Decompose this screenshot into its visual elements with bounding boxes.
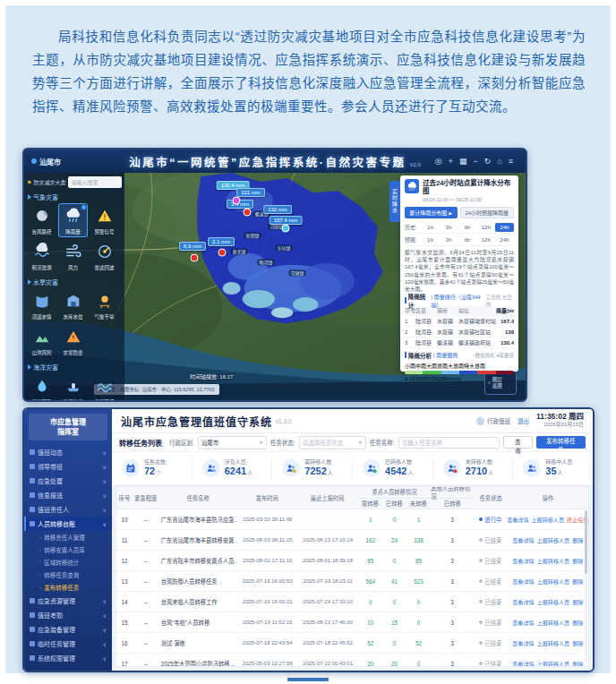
map-layer-tile[interactable]: 水库水位 (58, 288, 88, 322)
table-row[interactable]: 17--2025年大范围山洪防汛转移…2025-05-03 10:27:5920… (116, 654, 588, 667)
table-row[interactable]: 15--台风“韦帕”人员转移2025-07-19 11:52:152025-08… (116, 612, 588, 633)
action-link[interactable]: 查看详情 (512, 639, 534, 647)
publish-task-button[interactable]: 发布转移任务 (536, 436, 586, 449)
map-layer-tile[interactable]: 河道水情 (27, 288, 56, 322)
sidebar-subitem[interactable]: 发布转移任务 (24, 581, 112, 594)
action-link[interactable]: 删除 (572, 660, 583, 668)
locate-icon[interactable]: ◎ (435, 150, 442, 173)
action-link[interactable]: 删除 (572, 557, 583, 565)
rain-marker[interactable]: 132 mm (263, 205, 292, 214)
action-link[interactable]: 删除 (572, 639, 583, 647)
sidebar-item[interactable]: 值班考勤∨ (24, 608, 112, 622)
task-name-input[interactable] (398, 437, 500, 449)
tab-forecast-rainfall[interactable]: 24小时预报降雨量 (460, 207, 515, 218)
logout-link[interactable]: 退出 (518, 416, 529, 425)
sidebar-subitem[interactable]: 转移任务查询 (24, 569, 112, 581)
sidebar-item[interactable]: 信息报送∨ (24, 488, 112, 502)
action-link[interactable]: 上报转移人员 (537, 660, 570, 668)
rain-marker[interactable]: 121 mm (236, 188, 265, 197)
sidebar-item[interactable]: 应急处置∨ (24, 474, 112, 488)
range-option[interactable]: 1h (421, 235, 440, 244)
action-link[interactable]: 查看详情 (512, 598, 534, 606)
sidebar-item[interactable]: 人员转移台账∨ (24, 517, 112, 531)
map-layer-tile[interactable]: 气象干旱 (90, 288, 119, 322)
range-option[interactable]: 12h (476, 223, 495, 232)
table-row[interactable]: 13--台风防御人员转移任务2025-07-19 16:00:532025-07… (116, 571, 588, 592)
sidebar-item[interactable]: 临时任务管理∨ (24, 637, 112, 651)
map-layer-tile[interactable]: 雷达回波 (90, 239, 119, 273)
sidebar-item[interactable]: 应急装备管理∨ (24, 622, 112, 637)
range-option[interactable]: 1h (421, 223, 440, 232)
rank-data-row[interactable]: 3陆河县螺溪镇螺溪镇政府站130.4 (405, 338, 514, 348)
range-option[interactable]: 6h (458, 223, 477, 232)
table-scrollbar[interactable] (585, 510, 587, 663)
sidebar-item[interactable]: 值班责任人∨ (24, 502, 112, 517)
station-dot-icon[interactable] (191, 254, 199, 262)
layer-search-input[interactable] (68, 176, 122, 188)
map-mini-toggle[interactable]: ‹ 图层 底图 (484, 371, 517, 395)
zoom-in-icon[interactable]: + (449, 150, 453, 173)
table-row[interactable]: 11--广东省汕尾市海丰县转移安置…2025-08-03 06:11:15202… (116, 530, 588, 551)
map-layer-tile[interactable]: 降雨量 (58, 203, 88, 237)
action-link[interactable]: 查看详情 (512, 557, 534, 565)
range-option[interactable]: 6h (458, 235, 477, 244)
action-link[interactable]: 查看详情 (512, 577, 534, 586)
rain-marker[interactable]: 2.1 mm (208, 237, 235, 246)
home-icon[interactable]: ⌂ (497, 150, 501, 173)
legend-toggles[interactable]: ○数值排名 ●雨量值 (472, 352, 514, 359)
range-option[interactable]: 24h (495, 223, 514, 232)
search-button[interactable]: 查询 (503, 436, 532, 449)
map-layer-tile[interactable]: 预警信号 (90, 203, 119, 237)
station-dot-icon[interactable] (233, 197, 241, 205)
rain-marker[interactable]: 6.9 mm (179, 242, 206, 251)
action-link[interactable]: 删除 (572, 577, 583, 586)
rank-data-row[interactable]: 1陆河县水唇镇水唇镇墩塘村站167.4 (405, 316, 514, 327)
status-select[interactable]: 请选择任务状态▼ (299, 436, 366, 449)
range-option[interactable]: 3h (440, 223, 458, 232)
zoom-out-icon[interactable]: − (473, 150, 477, 173)
action-link[interactable]: 删除 (572, 598, 583, 606)
tab-cumulative-rainfall[interactable]: 累计降雨分布图▶ (405, 207, 458, 218)
map-layer-tile[interactable]: 积涝监测 (27, 239, 56, 273)
action-link[interactable]: 查看详情 (512, 660, 534, 668)
map-layer-tile[interactable]: 海洋预警 (27, 373, 56, 400)
sidebar-item[interactable]: 应急资源管理∨ (24, 594, 112, 608)
action-link[interactable]: 上报转移人员 (537, 557, 570, 565)
table-row[interactable]: 10--广东省汕尾市海丰县防汛应急…2025-03-20 06:11:46101… (116, 509, 588, 530)
action-link[interactable]: 上报转移人员 (537, 639, 570, 647)
action-link[interactable]: 上报转移人员 (532, 516, 565, 524)
sidebar-subitem[interactable]: 区域转移统计 (24, 556, 112, 569)
rank-data-row[interactable]: 2陆河县水唇镇水唇镇社区站138 (405, 327, 514, 338)
action-link[interactable]: 删除 (572, 619, 583, 627)
range-option[interactable]: 24h (495, 235, 514, 244)
action-link[interactable]: 查看详情 (512, 619, 534, 627)
map-layer-tile[interactable]: 风力 (58, 239, 88, 273)
sidebar-subitem[interactable]: 转移责任人管理 (24, 531, 112, 543)
layers-icon[interactable]: ▦ (459, 150, 467, 173)
action-link[interactable]: 查看详情 (512, 536, 534, 544)
sidebar-subitem[interactable]: 转移安置人员库 (24, 543, 112, 556)
sidebar-item[interactable]: 值班动态∨ (24, 445, 112, 459)
range-option[interactable]: 3h (440, 235, 458, 244)
station-dot-icon[interactable] (218, 249, 227, 257)
menu-icon[interactable]: ≡ (509, 150, 513, 173)
map-layer-tile[interactable]: 海浪预报 (90, 373, 119, 400)
action-link[interactable]: 上报转移人员 (537, 598, 570, 606)
action-link[interactable]: 上报转移人员 (537, 536, 570, 544)
map-layer-tile[interactable]: 灾害隐患 (58, 324, 88, 358)
station-dot-icon[interactable] (244, 209, 252, 217)
map-layer-tile[interactable]: 台风路径 (27, 203, 56, 237)
region-select[interactable]: 汕尾市▼ (198, 436, 267, 449)
range-option[interactable]: 12h (476, 235, 495, 244)
refresh-icon[interactable]: ↻ (484, 150, 492, 173)
panel-vertical-tab[interactable]: 实时降水 (389, 181, 400, 222)
action-link[interactable]: 删除 (572, 536, 583, 544)
station-dot-icon[interactable] (282, 225, 290, 233)
table-row[interactable]: 14--台风来临人员转移工作2025-07-19 16:00:212025-07… (116, 592, 588, 612)
table-row[interactable]: 16--测试·演练2025-07-18 22:43:542025-07-18 2… (116, 633, 588, 654)
sidebar-item[interactable]: 领导带班∨ (24, 459, 112, 474)
sidebar-item[interactable]: 系统权限管理∨ (24, 651, 112, 665)
table-row[interactable]: 12--广东省陆丰市转移安置点人员…2025-08-01 17:11:16202… (116, 551, 588, 571)
rain-marker[interactable]: 157.4 mm (270, 216, 303, 225)
map-layer-tile[interactable]: 渔港监控 (58, 373, 88, 400)
